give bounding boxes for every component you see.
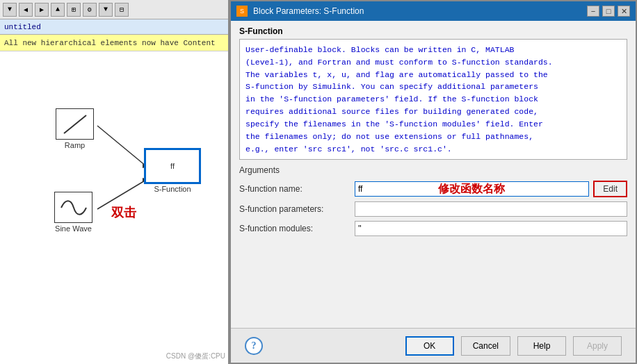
- sfunc-name-input[interactable]: [355, 181, 589, 197]
- dialog-icon: S: [236, 6, 248, 17]
- simulink-canvas: ▼ ◀ ▶ ▲ ⊞ ⚙ ▼ ⊟ untitled All new hierarc…: [0, 0, 229, 364]
- toolbar-btn-4[interactable]: ▲: [51, 3, 65, 17]
- ramp-block-wrapper[interactable]: Ramp: [56, 108, 94, 149]
- toolbar-btn-7[interactable]: ▼: [99, 3, 113, 17]
- sfunc-label: S-Function: [154, 185, 191, 193]
- dialog-titlebar-icons: − □ ✕: [587, 6, 630, 17]
- sfunc-name-row: S-function name: 修改函数名称 Edit: [239, 181, 627, 197]
- section-title: S-Function: [239, 26, 627, 36]
- sine-block[interactable]: [54, 192, 92, 223]
- footer-left: ?: [245, 337, 263, 355]
- sfunc-block[interactable]: ff: [145, 149, 200, 183]
- canvas-title-text: untitled: [4, 23, 41, 31]
- toolbar: ▼ ◀ ▶ ▲ ⊞ ⚙ ▼ ⊟: [0, 0, 228, 19]
- ramp-block[interactable]: [56, 108, 94, 140]
- ramp-icon: [61, 113, 89, 136]
- sine-block-wrapper[interactable]: Sine Wave: [54, 192, 92, 233]
- info-bar: All new hierarchical elements now have C…: [0, 35, 228, 51]
- svg-line-0: [97, 126, 146, 166]
- sfunc-name-label: S-function name:: [239, 184, 350, 194]
- dialog-title-text: Block Parameters: S-Function: [253, 6, 364, 16]
- ramp-label: Ramp: [65, 141, 85, 149]
- sine-label: Sine Wave: [55, 224, 92, 233]
- sine-icon: [60, 196, 88, 220]
- double-click-annotation: 双击: [111, 204, 136, 221]
- toolbar-btn-3[interactable]: ▶: [35, 3, 49, 17]
- maximize-button[interactable]: □: [602, 6, 615, 17]
- dialog-footer: ? OK Cancel Help Apply: [231, 328, 636, 363]
- sfunc-block-wrapper[interactable]: ff S-Function: [145, 149, 200, 193]
- description-box: User-definable block. Blocks can be writ…: [239, 39, 627, 160]
- description-text: User-definable block. Blocks can be writ…: [245, 45, 553, 154]
- minimize-button[interactable]: −: [587, 6, 599, 17]
- help-button[interactable]: Help: [517, 336, 566, 356]
- dialog-titlebar: S Block Parameters: S-Function − □ ✕: [231, 1, 636, 21]
- sfunc-modules-label: S-function modules:: [239, 224, 350, 233]
- edit-button[interactable]: Edit: [593, 181, 627, 197]
- canvas-area[interactable]: Ramp ff S-Function Sine Wave 双击 CSDN @傻蛋…: [0, 51, 228, 364]
- dialog-body: S-Function User-definable block. Blocks …: [231, 21, 636, 328]
- canvas-title: untitled: [0, 19, 228, 35]
- ok-button[interactable]: OK: [405, 336, 454, 356]
- info-bar-text: All new hierarchical elements now have C…: [4, 39, 216, 47]
- toolbar-btn-1[interactable]: ▼: [3, 3, 17, 17]
- sfunc-block-text: ff: [170, 162, 175, 170]
- sfunc-name-input-wrapper: 修改函数名称 Edit: [355, 181, 627, 197]
- sfunc-params-row: S-function parameters:: [239, 201, 627, 217]
- cancel-button[interactable]: Cancel: [461, 336, 510, 356]
- sfunc-params-input-wrapper: [355, 201, 627, 217]
- args-title: Arguments: [239, 165, 627, 175]
- watermark: CSDN @傻蛋:CPU: [166, 351, 225, 361]
- toolbar-btn-8[interactable]: ⊟: [115, 3, 129, 17]
- sfunc-params-input[interactable]: [355, 201, 627, 217]
- apply-button[interactable]: Apply: [573, 336, 622, 356]
- svg-line-4: [64, 115, 86, 133]
- sfunc-params-label: S-function parameters:: [239, 204, 350, 214]
- sfunc-modules-input[interactable]: [355, 221, 627, 236]
- help-icon-button[interactable]: ?: [245, 337, 263, 355]
- toolbar-btn-5[interactable]: ⊞: [67, 3, 81, 17]
- dialog-title-group: S Block Parameters: S-Function: [236, 6, 364, 17]
- footer-buttons: OK Cancel Help Apply: [405, 336, 622, 356]
- block-params-dialog: S Block Parameters: S-Function − □ ✕ S-F…: [229, 0, 637, 364]
- sfunc-modules-row: S-function modules:: [239, 221, 627, 236]
- toolbar-btn-6[interactable]: ⚙: [83, 3, 97, 17]
- close-button[interactable]: ✕: [618, 6, 630, 17]
- toolbar-btn-2[interactable]: ◀: [19, 3, 33, 17]
- arguments-section: Arguments S-function name: 修改函数名称 Edit S…: [239, 165, 627, 322]
- sfunc-modules-input-wrapper: [355, 221, 627, 236]
